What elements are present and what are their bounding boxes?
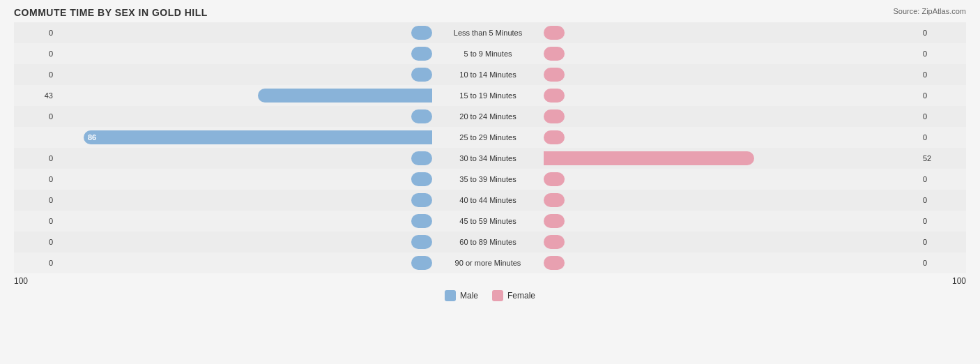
male-bar xyxy=(258,89,432,103)
table-row: 040 to 44 Minutes0 xyxy=(14,190,966,211)
legend-female-label: Female xyxy=(507,291,535,301)
male-value: 0 xyxy=(14,29,56,37)
chart-title: COMMUTE TIME BY SEX IN GOLD HILL xyxy=(14,7,966,18)
row-label: 35 to 39 Minutes xyxy=(432,175,544,183)
row-label: 20 to 24 Minutes xyxy=(432,112,544,121)
female-bar-area xyxy=(544,169,920,190)
female-value: 52 xyxy=(920,154,962,162)
row-label: 30 to 34 Minutes xyxy=(432,154,544,162)
table-row: 045 to 59 Minutes0 xyxy=(14,211,966,232)
male-value: 0 xyxy=(14,112,56,121)
male-bar-area: 86 xyxy=(56,127,432,148)
male-value: 43 xyxy=(14,91,56,100)
row-label: 45 to 59 Minutes xyxy=(432,217,544,225)
row-label: 40 to 44 Minutes xyxy=(432,196,544,204)
male-bar xyxy=(411,193,432,207)
female-value: 0 xyxy=(920,133,962,142)
legend: Male Female xyxy=(14,290,966,301)
male-bar-area xyxy=(56,22,432,43)
female-bar-area xyxy=(544,190,920,211)
male-bar-area xyxy=(56,211,432,232)
male-bar xyxy=(411,47,432,61)
axis-bottom: 100 100 xyxy=(14,276,966,286)
male-value: 0 xyxy=(14,175,56,183)
male-value: 0 xyxy=(14,50,56,58)
male-bar xyxy=(411,214,432,228)
axis-right-label: 100 xyxy=(952,276,966,286)
female-bar-area xyxy=(544,211,920,232)
male-bar-area xyxy=(56,169,432,190)
female-bar-area xyxy=(544,64,920,85)
female-bar-area xyxy=(544,85,920,106)
female-bar xyxy=(544,235,565,249)
row-label: 5 to 9 Minutes xyxy=(432,50,544,58)
female-bar xyxy=(544,109,565,123)
row-label: 10 to 14 Minutes xyxy=(432,70,544,79)
table-row: 090 or more Minutes0 xyxy=(14,252,966,273)
male-bar-area xyxy=(56,252,432,273)
male-bar xyxy=(411,256,432,270)
male-value: 0 xyxy=(14,70,56,79)
table-row: 060 to 89 Minutes0 xyxy=(14,232,966,252)
male-bar-area xyxy=(56,232,432,252)
chart-container: COMMUTE TIME BY SEX IN GOLD HILL Source:… xyxy=(0,0,980,364)
female-bar-area xyxy=(544,252,920,273)
female-value: 0 xyxy=(920,217,962,225)
axis-left-label: 100 xyxy=(14,276,28,286)
female-value: 0 xyxy=(920,29,962,37)
male-value: 0 xyxy=(14,259,56,267)
female-bar-area xyxy=(544,148,920,169)
male-bar-area xyxy=(56,148,432,169)
legend-male: Male xyxy=(445,290,478,301)
table-row: 030 to 34 Minutes52 xyxy=(14,148,966,169)
table-row: 010 to 14 Minutes0 xyxy=(14,64,966,85)
male-bar-area xyxy=(56,43,432,64)
female-value: 0 xyxy=(920,112,962,121)
table-row: 0Less than 5 Minutes0 xyxy=(14,22,966,43)
female-bar-area xyxy=(544,43,920,64)
legend-female-box xyxy=(492,290,503,301)
female-bar xyxy=(544,172,565,186)
male-bar-area xyxy=(56,85,432,106)
row-label: 25 to 29 Minutes xyxy=(432,133,544,142)
male-bar xyxy=(411,235,432,249)
female-bar-area xyxy=(544,127,920,148)
male-bar-value: 86 xyxy=(84,133,100,142)
female-bar xyxy=(544,256,565,270)
source-text: Source: ZipAtlas.com xyxy=(893,7,966,15)
male-bar xyxy=(411,68,432,82)
table-row: 4315 to 19 Minutes0 xyxy=(14,85,966,106)
female-bar xyxy=(544,47,565,61)
female-value: 0 xyxy=(920,70,962,79)
male-bar-area xyxy=(56,106,432,127)
female-value: 0 xyxy=(920,91,962,100)
table-row: 035 to 39 Minutes0 xyxy=(14,169,966,190)
female-value: 0 xyxy=(920,50,962,58)
female-bar xyxy=(544,89,565,103)
female-value: 0 xyxy=(920,175,962,183)
female-bar-area xyxy=(544,106,920,127)
female-value: 0 xyxy=(920,196,962,204)
male-value: 0 xyxy=(14,238,56,246)
female-bar xyxy=(544,68,565,82)
male-bar xyxy=(411,151,432,165)
female-value: 0 xyxy=(920,259,962,267)
female-bar-area xyxy=(544,232,920,252)
male-bar xyxy=(411,109,432,123)
male-bar xyxy=(411,26,432,40)
male-value: 0 xyxy=(14,154,56,162)
female-bar xyxy=(544,214,565,228)
row-label: 15 to 19 Minutes xyxy=(432,91,544,100)
male-bar: 86 xyxy=(84,130,432,144)
legend-male-label: Male xyxy=(460,291,478,301)
male-bar-area xyxy=(56,190,432,211)
row-label: 60 to 89 Minutes xyxy=(432,238,544,246)
female-bar-area xyxy=(544,22,920,43)
female-bar xyxy=(544,151,754,165)
row-label: 90 or more Minutes xyxy=(432,259,544,267)
female-bar xyxy=(544,130,565,144)
row-label: Less than 5 Minutes xyxy=(432,29,544,37)
male-value: 0 xyxy=(14,217,56,225)
female-bar xyxy=(544,26,565,40)
chart-rows: 0Less than 5 Minutes005 to 9 Minutes0010… xyxy=(14,22,966,273)
